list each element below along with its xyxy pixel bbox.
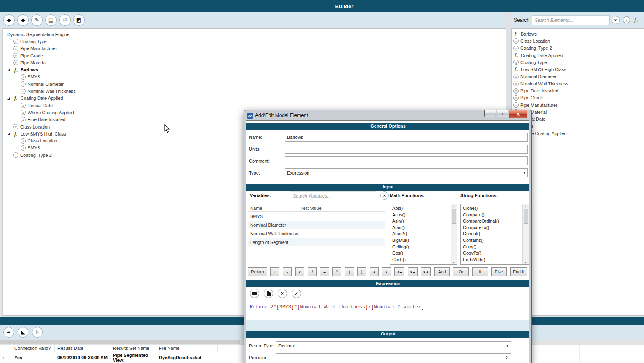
tree-item[interactable]: fₓCoating Date Applied [0, 95, 506, 102]
element-list-item[interactable]: xClass Location [513, 37, 644, 44]
element-list-item[interactable]: fₓLow SMYS High Class [513, 66, 644, 73]
scroll-up-icon[interactable]: ▲ [524, 204, 527, 209]
load-results-button[interactable]: ◣ [18, 327, 28, 338]
open-expression-button[interactable] [250, 289, 259, 298]
function-list-item[interactable]: Atan2() [392, 231, 451, 237]
edit-element-button[interactable]: ✎ [31, 14, 43, 26]
expander-icon[interactable] [7, 132, 10, 135]
scrollbar-thumb[interactable] [452, 209, 456, 224]
operator-button-=[interactable]: = [320, 267, 329, 276]
function-list-item[interactable]: CopyTo() [463, 250, 522, 257]
tree-item[interactable]: xCoating Type [0, 38, 506, 45]
clear-variables-search-button[interactable]: × [380, 191, 389, 200]
element-list-item[interactable]: xPipe Date Installed [513, 87, 644, 94]
scrollbar-thumb[interactable] [0, 340, 240, 344]
minimize-button[interactable]: – [484, 110, 496, 117]
expander-icon[interactable] [7, 69, 10, 71]
function-list-item[interactable]: Abs() [392, 205, 451, 212]
operator-button-end-if[interactable]: End If [510, 267, 527, 276]
tree-item[interactable]: xSMYS [0, 74, 506, 80]
operator-button-x[interactable]: x [295, 267, 304, 276]
variable-row[interactable]: Length of Segment [248, 238, 385, 246]
element-list-item[interactable]: xNominal Wall Thickness [513, 80, 644, 87]
expression-code-editor[interactable]: Return 2*[SMYS]*[Nominal Wall Thickness]… [246, 302, 529, 319]
operator-button-^[interactable]: ^ [332, 267, 341, 276]
operator-button-<[interactable]: < [382, 267, 391, 276]
function-list-item[interactable]: Atan() [392, 225, 451, 231]
function-list-item[interactable]: Concat() [463, 231, 522, 237]
function-list-item[interactable]: Cos() [392, 250, 451, 257]
element-list-item[interactable]: xCoating Type 2 [513, 45, 644, 52]
comment-field[interactable] [285, 156, 528, 165]
name-field[interactable]: Barlows [285, 133, 528, 142]
element-list-item[interactable]: xRecoat Date [513, 116, 644, 123]
type-select[interactable]: Expression ▾ [285, 168, 528, 177]
string-functions-list[interactable]: Clone()Compare()CompareOrdinal()CompareT… [460, 204, 529, 265]
precision-field[interactable]: 2 [276, 353, 511, 362]
function-list-item[interactable]: Equals() [463, 263, 522, 264]
element-list-item[interactable]: xPipe Grade [513, 94, 644, 101]
function-list-item[interactable]: EndsWith() [463, 257, 522, 263]
scroll-down-icon[interactable]: ▼ [524, 260, 527, 264]
variable-row[interactable]: SMYS [248, 212, 385, 221]
units-field[interactable] [285, 145, 528, 154]
operator-button-or[interactable]: Or [453, 267, 469, 276]
function-list-item[interactable]: Asin() [392, 218, 451, 225]
variables-search-input[interactable]: Search Variables... [290, 191, 376, 200]
function-list-item[interactable]: Acos() [392, 212, 451, 218]
function-list-item[interactable]: Ceiling() [392, 244, 451, 250]
function-list-item[interactable]: Cosh() [392, 257, 451, 263]
operator-button-else[interactable]: Else [491, 267, 507, 276]
math-list-scrollbar[interactable]: ▲ ▼ [451, 204, 457, 264]
string-list-scrollbar[interactable]: ▲ ▼ [522, 204, 529, 264]
function-list-item[interactable]: Compare() [463, 212, 522, 218]
element-list-item[interactable]: xNominal Diameter [513, 73, 644, 80]
function-list-item[interactable]: Copy() [463, 244, 522, 250]
tree-item[interactable]: fₓBarlows [0, 66, 506, 73]
results-column-header[interactable]: Connection Valid? [12, 345, 55, 352]
element-list-item[interactable]: xSMYS [513, 123, 644, 130]
expander-icon[interactable] [7, 97, 10, 100]
operator-button-)[interactable]: ) [357, 267, 366, 276]
element-list-item[interactable]: xCoating Type [513, 59, 644, 66]
tree-item[interactable]: xNominal Wall Thickness [0, 87, 506, 94]
operator-button-+[interactable]: + [270, 267, 279, 276]
expander-icon[interactable]: ▸ [3, 356, 5, 360]
flag-results-button[interactable]: ⚐ [32, 327, 43, 338]
results-column-header[interactable]: File Name [156, 345, 218, 352]
variable-row[interactable]: Nominal Diameter [248, 221, 385, 229]
delete-element-button[interactable]: ▤ [45, 14, 57, 26]
add-child-element-button[interactable]: ◆ [17, 14, 29, 26]
operator-button-/[interactable]: / [308, 267, 317, 276]
operator-button-if[interactable]: If [472, 267, 488, 276]
open-results-button[interactable]: ▰ [3, 327, 14, 338]
scroll-down-icon[interactable]: ▼ [453, 260, 455, 264]
tree-item[interactable]: xPipe Manufacturer [0, 45, 506, 52]
scroll-up-icon[interactable]: ▲ [453, 204, 455, 209]
results-column-header[interactable]: Results Set Name [110, 345, 156, 352]
function-list-item[interactable]: CompareOrdinal() [463, 218, 522, 225]
function-list-item[interactable]: BigMul() [392, 237, 451, 244]
operator-button->[interactable]: > [370, 267, 379, 276]
operator-button->=[interactable]: >= [394, 267, 404, 276]
tree-item[interactable]: xPipe Grade [0, 52, 506, 59]
operator-button-<=[interactable]: <= [408, 267, 418, 276]
element-list-item[interactable]: xPipe Material [513, 108, 644, 115]
clear-expression-button[interactable]: × [278, 289, 287, 298]
clear-search-button[interactable]: × [612, 16, 620, 24]
validate-model-button[interactable]: ◩ [73, 14, 85, 26]
add-element-button[interactable]: ◆ [3, 14, 15, 26]
filter-functions-button[interactable]: fₓ [633, 16, 639, 23]
element-list-item[interactable]: fₓCoating Date Applied [513, 52, 644, 59]
element-list-item[interactable]: xWhere Coating Applied [513, 130, 644, 137]
filter-variables-button[interactable]: x [623, 16, 630, 23]
function-list-item[interactable]: Contains() [463, 237, 522, 244]
function-list-item[interactable]: DivRem() [392, 263, 451, 264]
element-list-item[interactable]: xPipe Manufacturer [513, 101, 644, 108]
validate-expression-button[interactable]: ✓ [292, 289, 301, 298]
operator-button-([interactable]: ( [345, 267, 354, 276]
math-functions-list[interactable]: Abs()Acos()Asin()Atan()Atan2()BigMul()Ce… [390, 204, 457, 265]
flag-button[interactable]: ⚐ [59, 14, 71, 26]
operator-button--[interactable]: - [283, 267, 292, 276]
return-type-select[interactable]: Decimal ▾ [276, 341, 511, 350]
